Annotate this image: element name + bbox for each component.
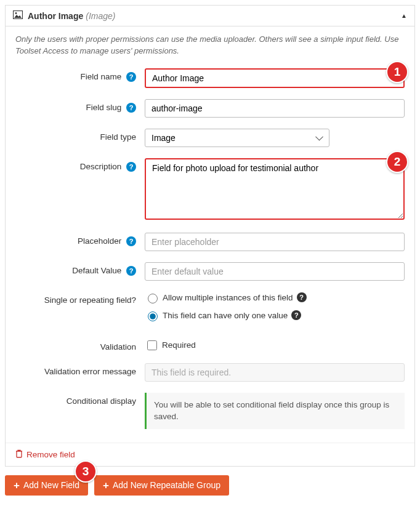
label-field-slug: Field slug (86, 103, 121, 112)
help-icon[interactable]: ? (291, 310, 301, 320)
label-validation-msg: Validation error message (44, 367, 136, 376)
callout-3: 3 (75, 460, 97, 483)
required-checkbox-input[interactable] (147, 340, 157, 350)
panel-header[interactable]: Author Image (Image) ▲ (6, 6, 414, 26)
field-name-input[interactable] (145, 68, 405, 88)
radio-multiple-input[interactable] (148, 294, 158, 303)
add-new-repeatable-group-button[interactable]: + Add New Repeatable Group (94, 475, 229, 496)
trash-icon (15, 449, 23, 460)
help-icon[interactable]: ? (126, 72, 136, 82)
help-icon[interactable]: ? (297, 292, 307, 302)
radio-allow-multiple[interactable]: Allow multiple instances of this field ? (145, 292, 405, 303)
intro-text: Only the users with proper permissions c… (15, 34, 405, 57)
radio-only-one[interactable]: This field can have only one value ? (145, 310, 405, 321)
panel-body: Only the users with proper permissions c… (6, 26, 414, 443)
field-slug-input[interactable] (145, 99, 405, 118)
validation-msg-input: This field is required. (145, 363, 405, 382)
help-icon[interactable]: ? (126, 236, 136, 246)
conditional-note: You will be able to set conditional fiel… (145, 393, 405, 429)
action-bar: + Add New Field 3 + Add New Repeatable G… (5, 475, 415, 496)
field-type-select[interactable]: Image (145, 129, 329, 147)
label-conditional: Conditional display (67, 396, 136, 406)
panel-type-suffix: (Image) (86, 11, 115, 21)
checkbox-required[interactable]: Required (145, 339, 405, 352)
panel-title: Author Image (28, 11, 83, 21)
help-icon[interactable]: ? (126, 162, 136, 172)
label-placeholder: Placeholder (78, 236, 121, 246)
description-textarea[interactable]: Field for photo upload for testimonial a… (145, 158, 405, 220)
label-field-type: Field type (100, 132, 136, 142)
help-icon[interactable]: ? (126, 103, 136, 113)
label-field-name: Field name (80, 72, 121, 81)
callout-1: 1 (386, 61, 408, 83)
label-description: Description (80, 162, 122, 171)
callout-2: 2 (386, 151, 408, 173)
placeholder-input[interactable] (145, 233, 405, 251)
svg-point-1 (15, 12, 17, 14)
plus-icon: + (103, 480, 109, 491)
label-repeating: Single or repeating field? (44, 295, 136, 305)
collapse-icon[interactable]: ▲ (401, 12, 407, 19)
field-panel: Author Image (Image) ▲ Only the users wi… (5, 5, 415, 467)
panel-footer: Remove field (6, 443, 414, 466)
remove-field-link[interactable]: Remove field (15, 449, 75, 460)
radio-one-input[interactable] (148, 311, 158, 321)
label-default-value: Default Value (72, 266, 121, 275)
label-validation: Validation (100, 342, 136, 351)
add-new-field-button[interactable]: + Add New Field 3 (5, 475, 88, 496)
plus-icon: + (14, 480, 20, 491)
image-icon (13, 10, 23, 21)
help-icon[interactable]: ? (126, 266, 136, 276)
default-value-input[interactable] (145, 262, 405, 281)
